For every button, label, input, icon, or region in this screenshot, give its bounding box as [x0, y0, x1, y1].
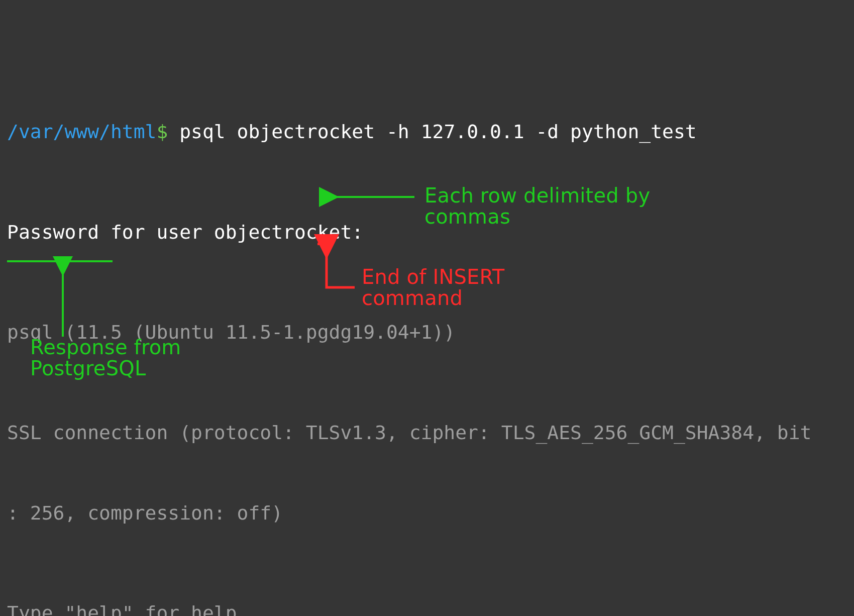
annot-end-insert: End of INSERT command — [362, 266, 563, 309]
arrow-end-insert-icon — [319, 247, 360, 292]
arrow-pg-response-icon — [55, 266, 70, 339]
prompt-dollar: $ — [156, 121, 168, 143]
annot-pg-response: Response from PostgreSQL — [30, 337, 196, 379]
terminal-window[interactable]: /var/www/html$ psql objectrocket -h 127.… — [0, 0, 854, 616]
response-underline — [7, 260, 113, 262]
arrow-row-delim-icon — [329, 189, 419, 204]
semicolon-underline — [317, 243, 334, 245]
annot-row-delim: Each row delimited by commas — [424, 185, 666, 227]
ssl-line2-text: : 256, compression: off) — [7, 502, 283, 524]
ssl-line1: SSL connection (protocol: TLSv1.3, ciphe… — [7, 423, 847, 443]
psql-command: psql objectrocket -h 127.0.0.1 -d python… — [168, 121, 696, 143]
shell-line-1: /var/www/html$ psql objectrocket -h 127.… — [7, 122, 847, 142]
help-line: Type "help" for help. — [7, 603, 847, 616]
prompt-path: /var/www/html — [7, 121, 156, 143]
ssl-line2: : 256, compression: off) — [7, 503, 847, 524]
